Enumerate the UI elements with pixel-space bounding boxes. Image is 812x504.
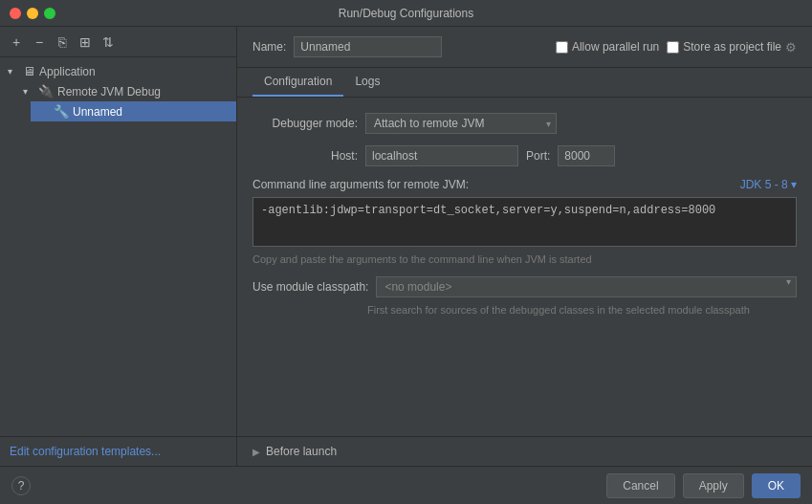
cmd-header: Command line arguments for remote JVM: J… xyxy=(252,178,797,191)
plus-icon: + xyxy=(12,34,20,50)
move-config-button[interactable]: ⊞ xyxy=(75,32,96,53)
port-label: Port: xyxy=(526,149,550,163)
minimize-button[interactable] xyxy=(27,8,38,19)
sidebar: + − ⎘ ⊞ ⇅ ▾ 🖥 Application xyxy=(0,27,237,466)
allow-parallel-checkbox[interactable] xyxy=(556,41,568,54)
sidebar-toolbar: + − ⎘ ⊞ ⇅ xyxy=(0,27,236,57)
module-select[interactable]: <no module> xyxy=(376,276,797,297)
name-options: Allow parallel run Store as project file… xyxy=(556,40,797,55)
sidebar-tree: ▾ 🖥 Application ▾ 🔌 Remote JVM Debug ▸ 🔧… xyxy=(0,57,236,436)
application-label: Application xyxy=(39,65,96,78)
module-hint: First search for sources of the debugged… xyxy=(367,303,797,318)
module-classpath-label: Use module classpath: xyxy=(252,280,368,294)
debugger-mode-select[interactable]: Attach to remote JVM Listen to remote JV… xyxy=(365,113,557,134)
before-launch-label: Before launch xyxy=(266,445,337,458)
tab-configuration[interactable]: Configuration xyxy=(252,68,343,97)
allow-parallel-label[interactable]: Allow parallel run xyxy=(556,40,659,54)
sidebar-item-unnamed[interactable]: ▸ 🔧 Unnamed xyxy=(31,101,236,121)
name-row: Name: Allow parallel run Store as projec… xyxy=(237,27,812,68)
config-panel: Debugger mode: Attach to remote JVM List… xyxy=(237,98,812,436)
chevron-right-icon[interactable]: ▶ xyxy=(252,447,260,457)
sidebar-item-application[interactable]: ▾ 🖥 Application xyxy=(0,61,236,81)
help-button[interactable]: ? xyxy=(11,476,31,495)
debugger-mode-label: Debugger mode: xyxy=(252,117,358,130)
remote-jvm-icon: 🔌 xyxy=(38,84,54,99)
bottom-right: Cancel Apply OK xyxy=(606,473,801,498)
tab-logs[interactable]: Logs xyxy=(343,68,391,97)
chevron-down-icon: ▾ xyxy=(23,86,34,97)
cmd-hint: Copy and paste the arguments to the comm… xyxy=(252,253,797,265)
move-icon: ⊞ xyxy=(79,34,91,50)
copy-config-button[interactable]: ⎘ xyxy=(52,32,73,53)
debugger-mode-wrapper: Attach to remote JVM Listen to remote JV… xyxy=(365,113,557,134)
cmd-textarea[interactable]: -agentlib:jdwp=transport=dt_socket,serve… xyxy=(252,197,797,247)
content-area: Name: Allow parallel run Store as projec… xyxy=(237,27,812,466)
debugger-mode-row: Debugger mode: Attach to remote JVM List… xyxy=(252,113,797,134)
store-project-label[interactable]: Store as project file ⚙ xyxy=(667,40,797,55)
apply-button[interactable]: Apply xyxy=(683,473,744,498)
remove-config-button[interactable]: − xyxy=(29,32,50,53)
add-config-button[interactable]: + xyxy=(6,32,27,53)
chevron-down-icon: ▾ xyxy=(8,66,19,77)
name-input[interactable] xyxy=(294,36,442,57)
maximize-button[interactable] xyxy=(44,8,55,19)
title-bar: Run/Debug Configurations xyxy=(0,0,812,27)
unnamed-label: Unnamed xyxy=(73,105,122,119)
jdk-link[interactable]: JDK 5 - 8 ▾ xyxy=(740,178,797,191)
minus-icon: − xyxy=(35,34,43,50)
window-controls[interactable] xyxy=(10,8,55,19)
host-input[interactable] xyxy=(365,145,518,166)
cancel-button[interactable]: Cancel xyxy=(606,473,674,498)
config-icon: 🔧 xyxy=(54,104,69,119)
edit-templates-link[interactable]: Edit configuration templates... xyxy=(10,445,161,458)
host-port-row: Host: Port: xyxy=(252,145,797,166)
tabs-bar: Configuration Logs xyxy=(237,68,812,98)
module-select-wrapper: <no module> ▾ xyxy=(376,276,797,297)
host-label: Host: xyxy=(252,149,358,163)
remote-jvm-label: Remote JVM Debug xyxy=(57,85,161,99)
cmd-args-label: Command line arguments for remote JVM: xyxy=(252,178,469,191)
port-input[interactable] xyxy=(558,145,615,166)
cmd-args-section: Command line arguments for remote JVM: J… xyxy=(252,178,797,265)
ok-button[interactable]: OK xyxy=(752,473,801,498)
bottom-bar: ? Cancel Apply OK xyxy=(0,466,812,504)
module-classpath-row: Use module classpath: <no module> ▾ xyxy=(252,276,797,297)
name-label: Name: xyxy=(252,40,286,54)
window-title: Run/Debug Configurations xyxy=(339,7,473,20)
sidebar-item-remote-jvm[interactable]: ▾ 🔌 Remote JVM Debug xyxy=(15,81,236,101)
gear-icon: ⚙ xyxy=(785,40,797,55)
sort-icon: ⇅ xyxy=(102,34,114,50)
before-launch-section: ▶ Before launch xyxy=(237,436,812,466)
copy-icon: ⎘ xyxy=(58,34,66,50)
store-project-checkbox[interactable] xyxy=(667,41,679,54)
bottom-left: ? xyxy=(11,476,31,495)
sidebar-footer: Edit configuration templates... xyxy=(0,436,236,466)
main-layout: + − ⎘ ⊞ ⇅ ▾ 🖥 Application xyxy=(0,27,812,466)
close-button[interactable] xyxy=(10,8,21,19)
application-icon: 🖥 xyxy=(23,64,35,78)
sort-config-button[interactable]: ⇅ xyxy=(98,32,119,53)
